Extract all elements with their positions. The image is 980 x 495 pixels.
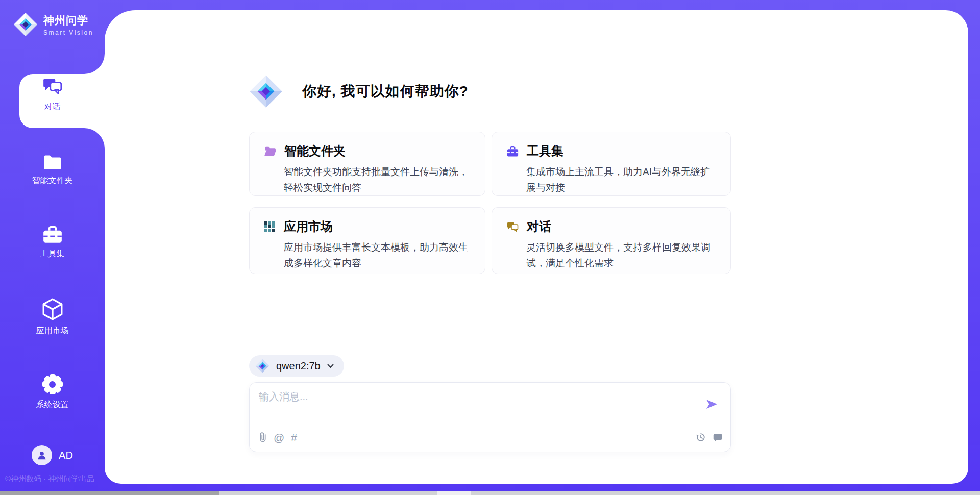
paperclip-icon [258, 432, 267, 443]
assistant-logo-icon [249, 75, 283, 108]
brand: 神州问学 Smart Vision [13, 12, 93, 37]
chat-bubble-icon [712, 432, 723, 443]
brand-name: 神州问学 [43, 13, 93, 28]
sidebar-item-label: 智能文件夹 [32, 176, 73, 186]
card-title: 智能文件夹 [284, 143, 346, 159]
topic-button[interactable]: # [291, 432, 297, 443]
user-icon [36, 450, 47, 461]
card-app-market[interactable]: 应用市场 应用市场提供丰富长文本模板，助力高效生成多样化文章内容 [249, 207, 485, 274]
app-grid-icon [264, 221, 276, 232]
user-account[interactable]: AD [0, 445, 105, 465]
sidebar-footer: ©神州数码 · 神州问学出品 [5, 474, 105, 484]
sidebar-item-toolset[interactable]: 工具集 [0, 225, 105, 259]
sidebar-item-label: 系统设置 [36, 400, 69, 410]
message-input[interactable] [258, 389, 699, 420]
model-selector[interactable]: qwen2:7b [249, 355, 344, 377]
greeting-title: 你好, 我可以如何帮助你? [302, 82, 469, 101]
model-logo-icon [255, 359, 270, 373]
attach-button[interactable] [258, 432, 267, 443]
hash-icon: # [291, 432, 297, 443]
card-chat[interactable]: 对话 灵活切换多模型文件，支持多样回复效果调试，满足个性化需求 [492, 207, 731, 274]
app-root: { "brand": { "name": "神州问学", "subtitle":… [0, 0, 980, 495]
sidebar-item-app-market[interactable]: 应用市场 [0, 298, 105, 336]
at-icon: @ [274, 432, 284, 443]
feature-cards: 智能文件夹 智能文件夹功能支持批量文件上传与清洗，轻松实现文件问答 工具集 集成… [249, 132, 731, 274]
composer: @ # [249, 382, 731, 452]
card-title: 对话 [527, 218, 551, 235]
briefcase-icon [506, 145, 519, 157]
gear-icon [42, 374, 63, 395]
card-title: 应用市场 [284, 218, 333, 235]
card-description: 集成市场上主流工具，助力AI与外界无缝扩展与对接 [526, 164, 719, 195]
send-button[interactable] [705, 398, 718, 411]
brand-subtitle: Smart Vision [43, 29, 93, 36]
user-initials: AD [59, 450, 73, 461]
card-title: 工具集 [527, 143, 564, 159]
sidebar-item-label: 对话 [44, 102, 61, 112]
sidebar-item-label: 应用市场 [36, 326, 69, 336]
composer-toolbar: @ # [250, 423, 730, 452]
card-description: 灵活切换多模型文件，支持多样回复效果调试，满足个性化需求 [526, 239, 719, 271]
avatar [32, 445, 52, 465]
folder-icon [42, 153, 63, 171]
model-name: qwen2:7b [276, 360, 321, 372]
greeting-row: 你好, 我可以如何帮助你? [249, 75, 469, 108]
chat-bubbles-icon [42, 76, 63, 97]
sidebar-item-smart-folder[interactable]: 智能文件夹 [0, 153, 105, 186]
brand-logo-icon [13, 12, 38, 37]
chat-bubbles-icon [506, 220, 519, 233]
feedback-button[interactable] [712, 432, 723, 443]
card-toolset[interactable]: 工具集 集成市场上主流工具，助力AI与外界无缝扩展与对接 [492, 132, 731, 196]
open-folder-icon [264, 145, 277, 157]
history-icon [695, 432, 706, 443]
send-icon [705, 398, 718, 411]
main-content: 你好, 我可以如何帮助你? 智能文件夹 智能文件夹功能支持批量文件上传与清洗，轻… [249, 0, 731, 495]
card-description: 应用市场提供丰富长文本模板，助力高效生成多样化文章内容 [284, 239, 474, 271]
history-button[interactable] [695, 432, 706, 443]
sidebar-item-settings[interactable]: 系统设置 [0, 374, 105, 410]
scrollbar-gap [437, 491, 471, 495]
sidebar-item-label: 工具集 [40, 249, 65, 259]
sidebar-item-chat[interactable]: 对话 [0, 76, 105, 112]
chevron-down-icon [327, 364, 334, 368]
card-description: 智能文件夹功能支持批量文件上传与清洗，轻松实现文件问答 [284, 164, 474, 195]
card-smart-folder[interactable]: 智能文件夹 智能文件夹功能支持批量文件上传与清洗，轻松实现文件问答 [249, 132, 485, 196]
briefcase-icon [42, 225, 63, 244]
scrollbar-thumb[interactable] [0, 491, 219, 495]
mention-button[interactable]: @ [274, 432, 284, 443]
horizontal-scrollbar[interactable] [0, 491, 980, 495]
cube-icon [42, 298, 63, 321]
